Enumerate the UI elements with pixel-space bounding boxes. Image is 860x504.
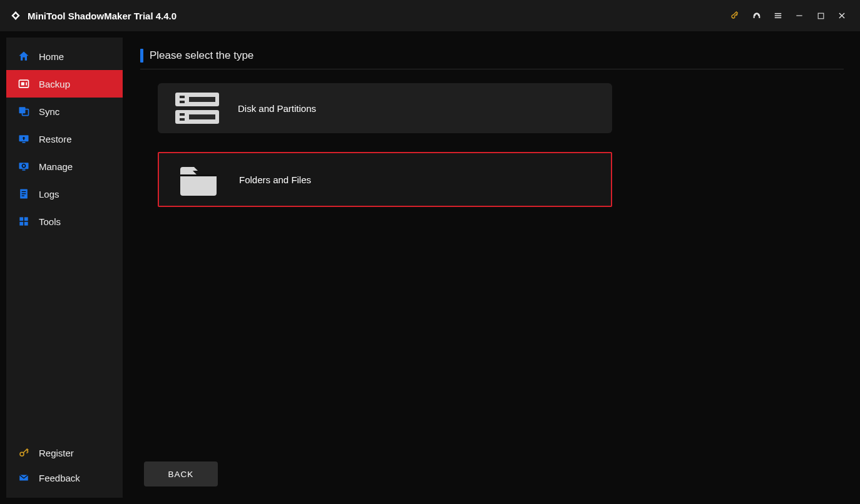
titlebar-key-icon[interactable]: [725, 0, 746, 31]
backup-icon: [18, 78, 30, 90]
sidebar-item-backup[interactable]: Backup: [6, 70, 123, 98]
section-title: Please select the type: [150, 49, 253, 62]
svg-rect-13: [23, 169, 26, 171]
svg-rect-30: [180, 113, 185, 116]
svg-rect-3: [775, 18, 782, 19]
svg-rect-31: [180, 118, 185, 121]
sidebar-item-label: Home: [39, 51, 64, 62]
option-disk-partitions[interactable]: Disk and Partitions: [158, 83, 612, 133]
sidebar-item-tools[interactable]: Tools: [6, 208, 123, 235]
sidebar-item-label: Sync: [39, 106, 59, 117]
restore-icon: [18, 133, 30, 145]
feedback-label: Feedback: [39, 473, 80, 483]
svg-point-0: [732, 18, 734, 19]
sidebar-item-home[interactable]: Home: [6, 43, 123, 70]
option-label: Disk and Partitions: [238, 103, 316, 114]
sidebar-feedback[interactable]: Feedback: [6, 465, 123, 490]
key-icon: [18, 446, 30, 459]
svg-rect-1: [775, 13, 782, 14]
sidebar-item-logs[interactable]: Logs: [6, 180, 123, 208]
option-label: Folders and Files: [239, 174, 311, 185]
svg-rect-17: [22, 193, 26, 194]
folder-icon: [177, 161, 220, 198]
svg-rect-12: [19, 163, 29, 169]
sidebar-item-label: Restore: [39, 134, 72, 144]
sidebar: Home Backup Sync Restore: [6, 38, 123, 498]
sidebar-item-manage[interactable]: Manage: [6, 153, 123, 180]
sidebar-item-label: Tools: [39, 216, 61, 227]
main-content: Please select the type Disk an: [130, 38, 854, 498]
sidebar-item-restore[interactable]: Restore: [6, 125, 123, 153]
svg-rect-22: [24, 222, 28, 226]
svg-rect-18: [22, 196, 24, 196]
section-header: Please select the type: [140, 49, 844, 69]
sidebar-item-label: Backup: [39, 79, 70, 89]
sidebar-register[interactable]: Register: [6, 440, 123, 465]
svg-rect-16: [22, 191, 26, 192]
window-close-button[interactable]: [831, 0, 852, 31]
svg-rect-4: [796, 15, 802, 16]
section-accent-bar: [140, 49, 143, 63]
svg-rect-21: [19, 222, 23, 226]
titlebar: MiniTool ShadowMaker Trial 4.4.0: [0, 0, 860, 31]
sync-icon: [18, 105, 30, 118]
window-minimize-button[interactable]: [789, 0, 810, 31]
svg-rect-32: [189, 114, 215, 119]
window-maximize-button[interactable]: [810, 0, 831, 31]
register-label: Register: [39, 448, 74, 458]
manage-icon: [18, 160, 30, 173]
svg-rect-27: [180, 101, 185, 103]
svg-rect-11: [23, 142, 26, 143]
mail-icon: [18, 471, 30, 484]
svg-rect-20: [24, 217, 28, 221]
sidebar-item-label: Logs: [39, 189, 59, 199]
svg-rect-19: [19, 217, 23, 221]
svg-rect-33: [180, 174, 217, 176]
svg-rect-5: [818, 13, 824, 19]
svg-rect-28: [189, 97, 215, 102]
tools-icon: [18, 215, 30, 228]
home-icon: [18, 50, 30, 63]
svg-rect-26: [180, 96, 185, 98]
svg-rect-2: [775, 15, 782, 16]
logs-icon: [18, 188, 30, 200]
app-logo-icon: [9, 9, 23, 23]
titlebar-menu-icon[interactable]: [767, 0, 789, 31]
svg-rect-7: [21, 83, 24, 86]
back-button[interactable]: BACK: [144, 461, 218, 486]
app-title: MiniTool ShadowMaker Trial 4.4.0: [28, 11, 177, 21]
svg-point-23: [20, 452, 24, 456]
titlebar-headset-icon[interactable]: [746, 0, 767, 31]
disk-partitions-icon: [175, 89, 219, 127]
sidebar-item-sync[interactable]: Sync: [6, 98, 123, 125]
sidebar-item-label: Manage: [39, 161, 73, 172]
option-folders-files[interactable]: Folders and Files: [158, 152, 612, 207]
